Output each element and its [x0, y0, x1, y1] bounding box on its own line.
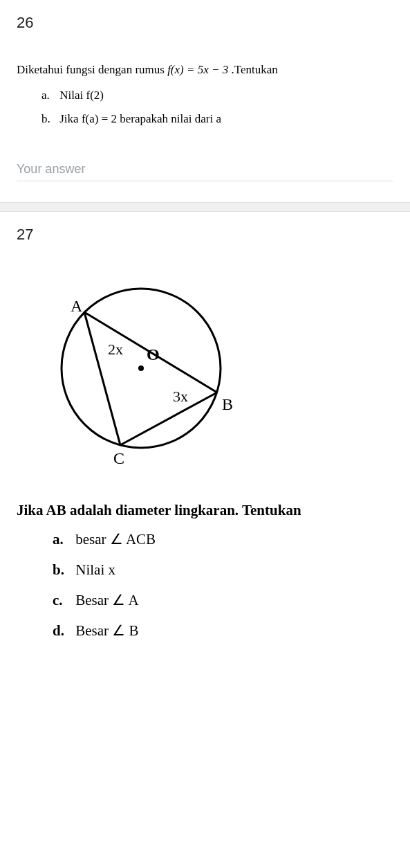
q27-item-b: b. Nilai x — [53, 555, 393, 584]
q26-item-b: b. Jika f(a) = 2 berapakah nilai dari a — [41, 109, 393, 130]
question-27-block: 27 A B C O 2x 3x Jika AB adalah diameter… — [0, 212, 410, 667]
q27-item-c-text: Besar ∠ A — [75, 592, 138, 608]
q27-item-c-marker: c. — [53, 586, 72, 615]
q26-pre-text: Diketahui fungsi dengan rumus — [17, 63, 167, 76]
q27-item-b-marker: b. — [53, 555, 72, 584]
q27-item-d-marker: d. — [53, 616, 72, 645]
label-c: C — [113, 449, 124, 467]
separator — [0, 202, 410, 212]
question-26-content: Diketahui fungsi dengan rumus f(x) = 5x … — [17, 60, 393, 130]
q26-item-a-text: Nilai f(2) — [59, 89, 104, 102]
circle-diagram: A B C O 2x 3x — [37, 271, 393, 475]
q26-item-a-marker: a. — [41, 85, 57, 107]
label-3x: 3x — [173, 388, 188, 405]
q27-item-c: c. Besar ∠ A — [53, 586, 393, 615]
q27-item-a-marker: a. — [53, 525, 72, 554]
q27-main-text: Jika AB adalah diameter lingkaran. Tentu… — [17, 496, 393, 525]
question-number-27: 27 — [17, 226, 393, 244]
circle-diagram-svg: A B C O 2x 3x — [37, 271, 245, 472]
label-2x: 2x — [108, 341, 123, 358]
q27-item-b-text: Nilai x — [75, 561, 115, 578]
question-26-main-text: Diketahui fungsi dengan rumus f(x) = 5x … — [17, 60, 393, 81]
q26-item-b-marker: b. — [41, 109, 57, 130]
label-o: O — [147, 345, 160, 363]
center-dot — [138, 365, 144, 371]
q26-formula: f(x) = 5x − 3 — [167, 63, 228, 76]
q27-item-d: d. Besar ∠ B — [53, 616, 393, 645]
label-b: B — [222, 395, 233, 413]
q27-item-d-text: Besar ∠ B — [75, 622, 138, 639]
q27-item-a: a. besar ∠ ACB — [53, 525, 393, 554]
question-number-26: 26 — [17, 14, 393, 32]
q27-item-a-text: besar ∠ ACB — [75, 531, 156, 548]
question-27-content: Jika AB adalah diameter lingkaran. Tentu… — [17, 496, 393, 645]
q26-item-b-text: Jika f(a) = 2 berapakah nilai dari a — [59, 112, 221, 125]
answer-input-26[interactable] — [17, 158, 393, 181]
question-26-block: 26 Diketahui fungsi dengan rumus f(x) = … — [0, 0, 410, 202]
q26-post-text: .Tentukan — [228, 63, 278, 76]
q26-item-a: a. Nilai f(2) — [41, 85, 393, 107]
line-ac — [84, 312, 120, 445]
label-a: A — [71, 297, 83, 315]
